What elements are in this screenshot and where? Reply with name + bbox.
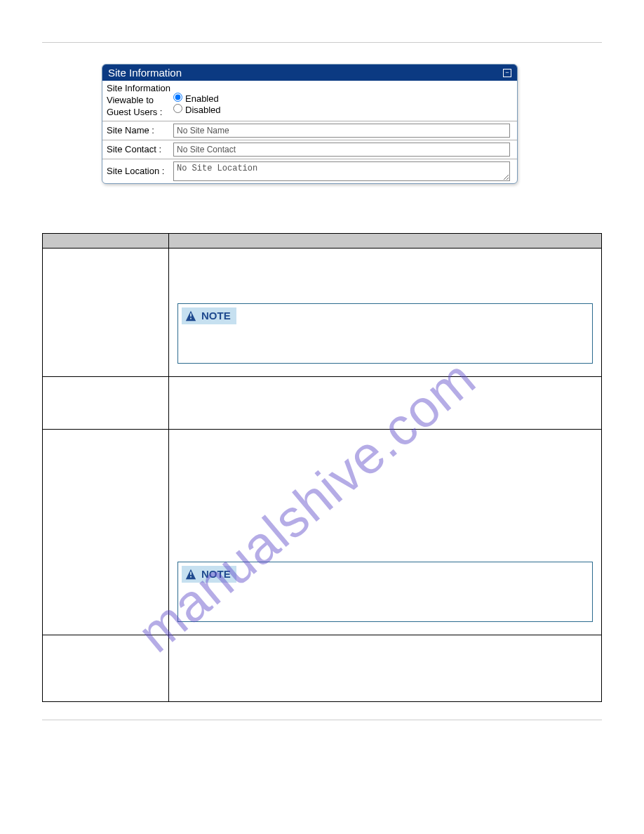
info-table: NOTE NOTE bbox=[42, 233, 602, 702]
site-contact-label: Site Contact : bbox=[107, 144, 173, 154]
cell-1-1 bbox=[43, 248, 169, 376]
note-content bbox=[178, 583, 592, 621]
cell-4-2 bbox=[169, 635, 602, 701]
viewable-label: Site Information Viewable to Guest Users… bbox=[107, 83, 173, 119]
radio-enabled[interactable] bbox=[173, 93, 182, 102]
cell-4-1 bbox=[43, 635, 169, 701]
rule-top bbox=[42, 42, 602, 43]
note-icon bbox=[185, 310, 197, 322]
cell-1-2: NOTE bbox=[169, 248, 602, 376]
radio-enabled-label: Enabled bbox=[185, 93, 219, 104]
note-label: NOTE bbox=[201, 310, 231, 322]
radio-enabled-wrap[interactable]: Enabled bbox=[173, 93, 219, 104]
cell-2-2 bbox=[169, 376, 602, 429]
viewable-radio-group: Enabled Disabled bbox=[173, 83, 232, 115]
site-location-label: Site Location : bbox=[107, 161, 173, 176]
note-header: NOTE bbox=[182, 566, 236, 583]
note-header: NOTE bbox=[182, 307, 236, 324]
radio-disabled-label: Disabled bbox=[185, 105, 221, 115]
panel-title: Site Information bbox=[108, 67, 182, 79]
site-location-input[interactable]: No Site Location bbox=[173, 161, 510, 181]
note-content bbox=[178, 324, 592, 363]
svg-rect-1 bbox=[190, 317, 192, 319]
collapse-icon[interactable]: − bbox=[503, 69, 511, 77]
site-contact-input[interactable] bbox=[173, 143, 510, 157]
cell-3-2: NOTE bbox=[169, 429, 602, 635]
cell-3-1 bbox=[43, 429, 169, 635]
col-header-1 bbox=[43, 233, 169, 248]
svg-rect-2 bbox=[190, 313, 192, 317]
panel-body: Site Information Viewable to Guest Users… bbox=[102, 81, 517, 183]
cell-2-1 bbox=[43, 376, 169, 429]
panel-header: Site Information − bbox=[102, 65, 517, 81]
site-info-panel: Site Information − Site Information View… bbox=[102, 64, 518, 184]
col-header-2 bbox=[169, 233, 602, 248]
site-name-input[interactable] bbox=[173, 124, 510, 138]
table-row bbox=[43, 635, 602, 701]
radio-disabled-wrap[interactable]: Disabled bbox=[173, 105, 221, 115]
note-box: NOTE bbox=[177, 303, 593, 364]
table-row bbox=[43, 376, 602, 429]
radio-disabled[interactable] bbox=[173, 104, 182, 113]
note-box: NOTE bbox=[177, 562, 593, 622]
rule-bottom bbox=[42, 720, 602, 720]
svg-rect-4 bbox=[190, 576, 192, 577]
note-label: NOTE bbox=[201, 568, 231, 580]
site-name-label: Site Name : bbox=[107, 125, 173, 135]
table-row: NOTE bbox=[43, 248, 602, 376]
table-row: NOTE bbox=[43, 429, 602, 635]
svg-rect-5 bbox=[190, 571, 192, 575]
note-icon bbox=[185, 568, 197, 581]
